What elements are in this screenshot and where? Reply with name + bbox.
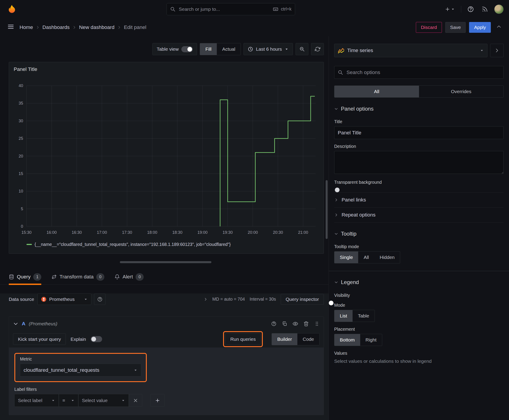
query-row-header[interactable]: A (Prometheus)	[9, 316, 324, 331]
refresh-button[interactable]	[311, 43, 324, 55]
search-icon	[338, 70, 343, 75]
grafana-panel-editor: ctrl+k Home Dashboards	[0, 0, 509, 420]
caret-down-icon	[51, 398, 55, 403]
tooltip-mode-label: Tooltip mode	[334, 244, 504, 249]
nav-right	[443, 5, 504, 14]
legend-series-marker	[26, 244, 32, 245]
svg-text:35: 35	[19, 101, 23, 105]
options-search-input[interactable]	[346, 69, 500, 76]
options-expand-icon[interactable]	[204, 297, 208, 301]
delete-query-icon[interactable]	[304, 321, 309, 326]
operator-dropdown[interactable]: =	[59, 394, 78, 407]
caret-down-icon	[71, 398, 75, 403]
placement-right-option[interactable]: Right	[360, 334, 382, 346]
datasource-select[interactable]: Prometheus	[38, 293, 91, 305]
interval-value: Interval = 30s	[250, 297, 276, 302]
breadcrumb-dashboards[interactable]: Dashboards	[42, 24, 69, 30]
vertical-scrollbar[interactable]	[326, 180, 328, 239]
panel-options-section: Panel options Title Description Transpar…	[334, 103, 504, 223]
collapse-options-button[interactable]	[494, 24, 504, 31]
values-placeholder[interactable]: Select values or calculations to show in…	[334, 359, 504, 364]
tooltip-all-option[interactable]: All	[358, 252, 374, 263]
placement-bottom-option[interactable]: Bottom	[334, 334, 360, 346]
metric-select[interactable]: cloudflared_tunnel_total_requests	[20, 364, 141, 376]
global-search-input[interactable]	[178, 6, 270, 12]
save-button[interactable]: Save	[445, 22, 466, 33]
all-option[interactable]: All	[334, 86, 419, 97]
horizontal-scrollbar[interactable]	[120, 261, 211, 263]
add-menu-button[interactable]	[443, 5, 456, 13]
search-shortcut: ctrl+k	[281, 7, 291, 12]
tooltip-hidden-option[interactable]: Hidden	[374, 252, 400, 263]
refresh-icon	[315, 46, 320, 52]
help-icon	[467, 6, 474, 13]
breadcrumb-new-dashboard[interactable]: New dashboard	[79, 24, 114, 30]
discard-button[interactable]: Discard	[416, 22, 442, 33]
explain-toggle[interactable]	[91, 336, 102, 342]
svg-text:25: 25	[19, 136, 23, 141]
time-range-picker[interactable]: Last 6 hours	[243, 43, 293, 55]
legend-header[interactable]: Legend	[334, 277, 504, 288]
chevron-right-icon	[494, 48, 500, 53]
table-view-toggle[interactable]	[181, 46, 193, 52]
select-label-dropdown[interactable]: Select label	[14, 394, 59, 407]
tooltip-header[interactable]: Tooltip	[334, 228, 504, 239]
apply-button[interactable]: Apply	[469, 22, 491, 33]
tab-transform-label: Transform data	[60, 274, 94, 280]
tooltip-title: Tooltip	[341, 231, 356, 237]
grafana-logo[interactable]	[5, 3, 18, 15]
svg-text:0: 0	[21, 224, 23, 229]
preview-toolbar: Table view Fill Actual Last 6 hours	[0, 36, 328, 55]
tooltip-single-option[interactable]: Single	[334, 252, 358, 263]
code-option[interactable]: Code	[297, 333, 319, 345]
chart-legend[interactable]: {__name__="cloudflared_tunnel_total_requ…	[12, 242, 321, 247]
panel-options-header[interactable]: Panel options	[334, 103, 504, 114]
chevron-down-icon[interactable]	[13, 321, 18, 326]
placement-field: Placement Bottom Right	[334, 327, 504, 346]
remove-filter-button[interactable]	[129, 394, 142, 407]
breadcrumb-home[interactable]: Home	[20, 24, 33, 30]
repeat-options-row[interactable]: Repeat options	[334, 208, 504, 223]
tab-alert[interactable]: Alert 0	[114, 269, 144, 285]
overrides-option[interactable]: Overrides	[419, 86, 504, 97]
tab-query[interactable]: Query 1	[9, 269, 41, 285]
user-avatar[interactable]	[494, 5, 504, 14]
viz-picker-row: Time series	[334, 44, 504, 57]
panel-title[interactable]: Panel Title	[12, 64, 321, 74]
table-view-control[interactable]: Table view	[152, 43, 197, 55]
add-filter-button[interactable]	[150, 394, 165, 407]
options-search[interactable]	[334, 66, 504, 79]
legend-table-option[interactable]: Table	[353, 310, 375, 322]
panel-title-input[interactable]	[334, 126, 504, 139]
select-value-dropdown[interactable]: Select value	[78, 394, 129, 407]
legend-list-option[interactable]: List	[334, 310, 353, 322]
fill-option[interactable]: Fill	[200, 43, 217, 55]
svg-text:18:00: 18:00	[147, 230, 157, 235]
chevron-right-icon	[334, 213, 338, 217]
run-queries-button[interactable]: Run queries	[225, 333, 261, 345]
duplicate-query-icon[interactable]	[282, 321, 287, 326]
datasource-help-button[interactable]	[94, 293, 106, 305]
kickstart-button[interactable]: Kick start your query	[13, 333, 66, 345]
query-inspector-button[interactable]: Query inspector	[281, 294, 324, 305]
help-button[interactable]	[466, 5, 475, 14]
actual-option[interactable]: Actual	[217, 43, 241, 55]
description-textarea[interactable]	[334, 151, 504, 174]
tab-transform[interactable]: Transform data 0	[51, 269, 104, 285]
drag-handle-icon[interactable]	[314, 321, 319, 326]
news-button[interactable]	[480, 5, 489, 14]
panel-links-row[interactable]: Panel links	[334, 192, 504, 208]
viz-expand-button[interactable]	[490, 44, 504, 57]
zoom-out-button[interactable]	[296, 43, 308, 55]
menu-button[interactable]	[5, 21, 16, 33]
explain-label: Explain	[70, 337, 86, 342]
chevron-up-icon	[496, 24, 501, 29]
toggle-visibility-icon[interactable]	[293, 321, 298, 326]
legend-title: Legend	[341, 279, 359, 285]
global-search[interactable]: ctrl+k	[167, 3, 295, 15]
query-help-icon[interactable]	[271, 321, 276, 326]
chevron-right-icon	[334, 198, 338, 202]
viz-picker[interactable]: Time series	[334, 44, 487, 57]
builder-option[interactable]: Builder	[272, 333, 297, 345]
section-divider	[329, 271, 509, 271]
